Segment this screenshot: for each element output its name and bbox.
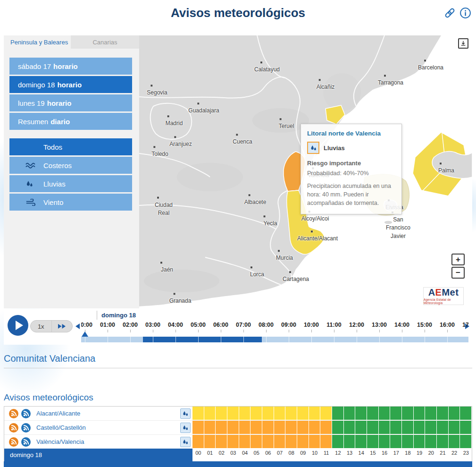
timeline-hour-label: 07:00	[233, 322, 254, 328]
logo-caption: Agencia Estatal de Meteorología	[424, 298, 463, 305]
strip-separator	[334, 337, 334, 342]
province-link[interactable]: València/Valencia	[36, 438, 84, 445]
speed-button[interactable]: 1x	[31, 323, 51, 330]
warning-hour-cell-green	[355, 435, 367, 449]
zoom-out-button[interactable]: −	[451, 267, 465, 279]
map-city-label: Tarragona	[378, 79, 403, 87]
map-city-label: Aranjuez	[169, 140, 192, 148]
day-label-bold: horario	[53, 62, 78, 70]
day-button-sabado-17[interactable]: sábado 17horario	[9, 58, 132, 75]
timeline: 1x domingo 18 00:0001:0002:0003:0004:000…	[4, 309, 472, 345]
rss-feed-icon-blue[interactable]	[21, 423, 31, 433]
filter-lluvias[interactable]: Lluvias	[9, 175, 132, 192]
map-city-label: Barcelona	[418, 64, 443, 72]
footer-hours: 0001020304050607080910111213141516171819…	[192, 449, 472, 461]
filter-costeros[interactable]: Costeros	[9, 157, 132, 174]
resumen-diario-button[interactable]: Resumendiario	[9, 113, 132, 130]
province-link[interactable]: Alacant/Alicante	[36, 410, 80, 417]
tick-mark	[311, 330, 312, 332]
warning-hour-cell-yellow	[320, 407, 332, 420]
header: Avisos meteorológicos	[0, 0, 476, 28]
warning-hour-cell-orange	[216, 421, 227, 434]
filter-todos[interactable]: Todos	[9, 138, 132, 155]
warning-hour-cell-orange	[274, 421, 286, 434]
footer-hour-label: 18	[402, 449, 414, 461]
footer-hour-label: 01	[204, 449, 216, 461]
footer-hour-label: 14	[355, 449, 367, 461]
bottom-scrollbar[interactable]	[4, 461, 472, 467]
rss-feed-icon-orange[interactable]	[9, 437, 18, 447]
footer-hour-label: 15	[367, 449, 379, 461]
timeline-hour-label: 15:00	[414, 322, 435, 328]
play-button[interactable]	[8, 315, 28, 336]
rss-feed-icon-orange[interactable]	[9, 409, 18, 418]
zoom-in-button[interactable]: +	[451, 254, 465, 265]
warning-hour-cell-orange	[192, 435, 204, 449]
tab-canarias[interactable]: Canarias	[71, 35, 139, 49]
warning-hour-cell-green	[437, 421, 449, 434]
day-button-lunes-19[interactable]: lunes 19horario	[9, 94, 132, 111]
table-row: València/Valencia	[4, 435, 472, 449]
timeline-hour-tick: 05:00	[188, 322, 209, 332]
rss-feed-icon-orange[interactable]	[9, 423, 18, 433]
tick-mark	[379, 330, 380, 332]
warning-hour-cell-green	[437, 407, 449, 420]
timeline-marker[interactable]	[82, 331, 88, 337]
warning-hour-cell-orange	[239, 421, 251, 434]
footer-hour-label: 09	[297, 449, 309, 461]
footer-hour-label: 19	[414, 449, 426, 461]
timeline-hour-tick: 04:00	[165, 322, 186, 332]
timeline-hour-label: 13:00	[369, 322, 390, 328]
map-city-label: Alcoy/Alcoi	[301, 215, 329, 223]
warning-hour-cell-orange	[309, 435, 321, 449]
day-button-domingo-18[interactable]: domingo 18horario	[9, 76, 132, 93]
timeline-scroll-left[interactable]	[75, 323, 80, 329]
warning-hour-cell-green	[332, 435, 344, 449]
footer-hour-label: 17	[390, 449, 402, 461]
timeline-hour-tick: 17:00	[459, 322, 468, 332]
tab-peninsula-baleares[interactable]: Peninsula y Baleares	[4, 35, 71, 49]
footer-hour-label: 05	[251, 449, 262, 461]
warning-hour-cell-green	[460, 421, 472, 434]
warning-hour-cell-green	[344, 407, 356, 420]
strip-separator	[425, 337, 425, 342]
timeline-hour-tick: 13:00	[369, 322, 390, 332]
warning-hour-cell-orange	[204, 421, 216, 434]
aemet-logo[interactable]: AEMet Agencia Estatal de Meteorología	[423, 287, 464, 305]
rss-feed-icon-blue[interactable]	[21, 437, 31, 447]
warning-hour-cell-yellow	[227, 407, 239, 420]
page: Avisos meteorológicos Peninsula y Balear…	[0, 0, 476, 467]
play-icon	[16, 321, 23, 330]
timeline-hour-label: 09:00	[278, 322, 299, 328]
province-link[interactable]: Castelló/Castellón	[36, 424, 86, 431]
timeline-track[interactable]: domingo 18 00:0001:0002:0003:0004:0005:0…	[81, 309, 468, 345]
filter-viento[interactable]: Viento	[9, 194, 132, 211]
map-city-label: Palma	[438, 167, 454, 175]
rain-icon	[180, 437, 191, 447]
map-container[interactable]: SegoviaMadridGuadalajaraCalatayudAlcañiz…	[139, 35, 472, 308]
rain-icon	[180, 423, 191, 433]
warning-hour-cell-green	[379, 435, 391, 449]
info-icon[interactable]	[459, 7, 471, 19]
strip-separator	[243, 337, 244, 342]
region-title: Comunitat Valenciana	[4, 353, 95, 364]
map-city-label: Jaén	[161, 266, 173, 274]
rss-feed-icon-blue[interactable]	[21, 409, 31, 418]
timeline-hour-tick: 02:00	[120, 322, 141, 332]
timeline-day-separator	[97, 311, 97, 320]
warning-hour-cell-yellow	[204, 407, 216, 420]
timeline-hour-tick: 11:00	[324, 322, 344, 332]
warning-hour-cell-orange	[239, 435, 251, 449]
warnings-rows: Alacant/AlicanteCastelló/CastellónValènc…	[4, 407, 472, 449]
footer-hour-label: 03	[227, 449, 239, 461]
tick-mark	[108, 330, 108, 332]
timeline-strip[interactable]	[81, 337, 468, 342]
share-link-icon[interactable]	[443, 7, 456, 19]
footer-day-label: domingo 18	[4, 449, 192, 461]
download-map-icon[interactable]	[458, 38, 468, 49]
strip-separator	[311, 337, 312, 342]
logo-letter: A	[428, 287, 435, 297]
fast-forward-button[interactable]	[51, 321, 73, 332]
day-label-bold: horario	[57, 81, 82, 89]
timeline-hour-tick: 12:00	[346, 322, 367, 332]
